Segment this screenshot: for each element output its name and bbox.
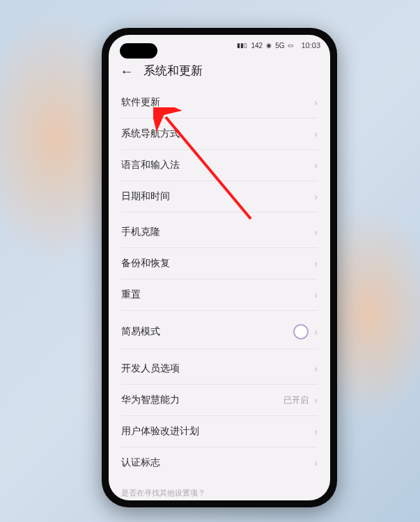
row-label: 日期和时间 xyxy=(121,190,170,203)
row-certification[interactable]: 认证标志 › xyxy=(121,447,318,478)
row-reset[interactable]: 重置 › xyxy=(121,279,318,311)
row-developer-options[interactable]: 开发人员选项 › xyxy=(121,353,318,385)
signal-icon: ▮▮▯ xyxy=(237,42,247,49)
chevron-right-icon: › xyxy=(314,426,318,437)
chevron-right-icon: › xyxy=(314,289,318,300)
row-label: 用户体验改进计划 xyxy=(121,425,199,438)
row-user-experience[interactable]: 用户体验改进计划 › xyxy=(121,416,318,447)
row-label: 重置 xyxy=(121,289,141,301)
chevron-right-icon: › xyxy=(314,128,318,139)
back-icon[interactable]: ← xyxy=(120,64,134,78)
status-time: 10:03 xyxy=(301,41,320,49)
chevron-right-icon: › xyxy=(314,227,318,238)
phone-frame: ▮▮▯ 142 ◉ 5G ▭ 10:03 ← 系统和更新 软件更新 › 系统导航… xyxy=(102,28,337,507)
row-label: 软件更新 xyxy=(121,96,160,109)
footer-hint: 是否在寻找其他设置项？ xyxy=(109,478,330,500)
row-label: 认证标志 xyxy=(121,456,160,469)
chevron-right-icon: › xyxy=(314,457,318,468)
row-label: 手机克隆 xyxy=(121,226,160,238)
page-title: 系统和更新 xyxy=(143,63,203,79)
row-label: 语言和输入法 xyxy=(121,159,180,171)
row-software-update[interactable]: 软件更新 › xyxy=(121,87,318,118)
status-network: 5G xyxy=(275,42,284,49)
row-label: 华为智慧能力 xyxy=(121,394,180,406)
row-label: 简易模式 xyxy=(121,325,160,338)
row-phone-clone[interactable]: 手机克隆 › xyxy=(121,217,318,248)
chevron-right-icon: › xyxy=(314,97,318,108)
phone-screen: ▮▮▯ 142 ◉ 5G ▭ 10:03 ← 系统和更新 软件更新 › 系统导航… xyxy=(109,35,330,500)
row-date-time[interactable]: 日期和时间 › xyxy=(121,181,318,213)
status-signal-text: 142 xyxy=(251,42,263,49)
chevron-right-icon: › xyxy=(314,258,318,269)
chevron-right-icon: › xyxy=(314,363,318,374)
camera-punch-hole xyxy=(120,43,157,59)
settings-list: 软件更新 › 系统导航方式 › 语言和输入法 › 日期和时间 xyxy=(109,87,330,478)
row-system-navigation[interactable]: 系统导航方式 › xyxy=(121,118,318,150)
row-label: 系统导航方式 xyxy=(121,128,180,140)
toggle-icon[interactable] xyxy=(293,324,309,339)
chevron-right-icon: › xyxy=(314,394,318,406)
row-label: 备份和恢复 xyxy=(121,257,170,270)
row-huawei-ai[interactable]: 华为智慧能力 已开启 › xyxy=(121,385,318,416)
chevron-right-icon: › xyxy=(314,160,318,171)
row-backup-restore[interactable]: 备份和恢复 › xyxy=(121,248,318,279)
page-header: ← 系统和更新 xyxy=(109,56,330,87)
chevron-right-icon: › xyxy=(314,326,318,337)
chevron-right-icon: › xyxy=(314,191,318,202)
wifi-icon: ◉ xyxy=(266,42,272,49)
row-language-input[interactable]: 语言和输入法 › xyxy=(121,150,318,181)
row-value: 已开启 xyxy=(283,394,309,406)
row-label: 开发人员选项 xyxy=(121,362,180,375)
row-simple-mode[interactable]: 简易模式 › xyxy=(121,315,318,349)
battery-icon: ▭ xyxy=(288,42,294,49)
